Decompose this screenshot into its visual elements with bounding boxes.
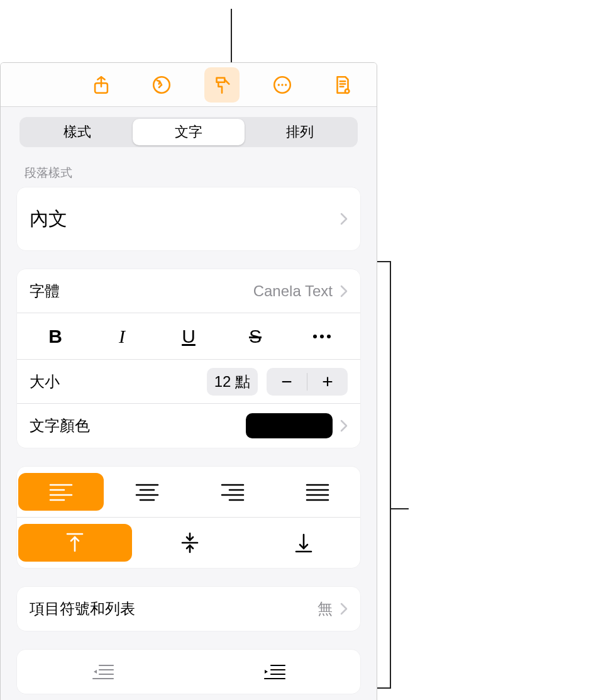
size-stepper: − + [267,368,348,396]
callout-line-top [231,9,232,62]
bullets-card: 項目符號和列表 無 [17,587,360,631]
share-button[interactable] [84,67,119,103]
chevron-right-icon [340,213,348,225]
valign-bottom-button[interactable] [246,524,360,562]
paragraph-style-row[interactable]: 內文 [17,187,360,250]
tab-arrange[interactable]: 排列 [245,119,356,145]
align-right-button[interactable] [190,473,275,511]
more-button[interactable] [265,67,300,103]
svg-point-4 [281,84,283,86]
size-decrease-button[interactable]: − [267,368,307,396]
paragraph-style-card: 內文 [17,187,360,250]
text-color-row[interactable]: 文字顏色 [17,404,360,448]
valign-top-button[interactable] [18,524,132,562]
text-style-row: B I U S [17,313,360,360]
chevron-right-icon [340,603,348,615]
align-justify-button[interactable] [275,473,361,511]
callout-tick [377,261,390,262]
font-card: 字體 Canela Text B I U S 大小 12 點 − [17,269,360,448]
horizontal-alignment-row [17,467,360,518]
toolbar [1,63,377,107]
svg-point-3 [278,84,280,86]
undo-button[interactable] [144,67,179,103]
indent-row [17,650,360,694]
callout-tick [377,687,390,689]
align-center-button[interactable] [105,473,191,511]
strikethrough-button[interactable]: S [222,313,289,359]
bullets-and-lists-row[interactable]: 項目符號和列表 無 [17,587,360,631]
callout-leader [390,508,409,509]
format-inspector-panel: 樣式 文字 排列 段落樣式 內文 字體 Canela Text [0,62,377,700]
size-label: 大小 [30,372,207,392]
align-left-button[interactable] [18,473,104,511]
tab-style[interactable]: 樣式 [21,119,133,145]
chevron-right-icon [340,419,348,432]
callout-line-right [390,261,391,689]
font-row[interactable]: 字體 Canela Text [17,269,360,313]
font-value: Canela Text [253,282,333,300]
outdent-button[interactable] [17,650,189,694]
document-button[interactable] [325,67,360,103]
size-row: 大小 12 點 − + [17,360,360,404]
text-color-label: 文字顏色 [30,416,246,436]
italic-button[interactable]: I [89,313,155,359]
text-color-swatch[interactable] [246,413,333,438]
svg-point-8 [346,90,348,92]
more-text-options-button[interactable] [289,313,355,359]
alignment-card [17,467,360,568]
indent-card [17,650,360,694]
chevron-right-icon [340,285,348,297]
underline-button[interactable]: U [155,313,222,359]
bullets-value: 無 [318,599,333,619]
format-button[interactable] [204,67,240,103]
svg-point-5 [285,84,287,86]
size-increase-button[interactable]: + [307,368,348,396]
paragraph-style-header: 段落樣式 [1,147,377,187]
tabs-segmented-control: 樣式 文字 排列 [1,107,377,147]
bold-button[interactable]: B [22,313,89,359]
ellipsis-icon [313,335,331,338]
bullets-label: 項目符號和列表 [30,599,318,619]
font-label: 字體 [30,281,253,301]
valign-middle-button[interactable] [133,524,247,562]
tab-text[interactable]: 文字 [133,119,244,145]
paragraph-style-value: 內文 [30,206,333,232]
size-value[interactable]: 12 點 [207,368,258,396]
indent-button[interactable] [189,650,360,694]
vertical-alignment-row [17,518,360,568]
